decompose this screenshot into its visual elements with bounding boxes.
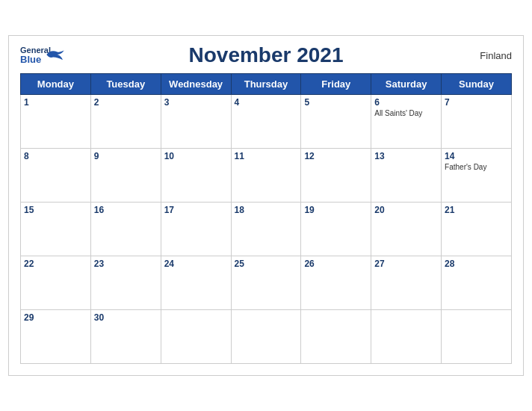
day-number: 4 [235, 97, 298, 108]
calendar-day-cell: 22 [21, 256, 91, 310]
header-wednesday: Wednesday [161, 74, 231, 95]
calendar-title: November 2021 [188, 43, 343, 67]
calendar-body: 123456All Saints' Day7891011121314Father… [21, 95, 512, 364]
header-friday: Friday [301, 74, 371, 95]
day-number: 16 [94, 205, 158, 215]
holiday-name: All Saints' Day [374, 109, 438, 118]
header-thursday: Thursday [231, 74, 301, 95]
day-number: 17 [164, 205, 228, 215]
calendar-day-cell: 10 [161, 149, 231, 203]
header-monday: Monday [21, 74, 91, 95]
calendar-day-cell: 20 [371, 203, 442, 256]
logo-bird-icon [45, 48, 66, 61]
calendar-day-cell: 9 [90, 149, 161, 203]
calendar-grid: Monday Tuesday Wednesday Thursday Friday… [20, 73, 512, 364]
calendar-day-cell: 28 [442, 256, 512, 310]
calendar-day-cell [231, 310, 301, 364]
calendar-container: General Blue November 2021 Finland Monda… [8, 35, 524, 376]
calendar-day-cell: 14Father's Day [442, 149, 512, 203]
calendar-day-cell: 11 [231, 149, 301, 203]
day-number: 25 [235, 259, 298, 269]
calendar-day-cell: 2 [90, 95, 161, 149]
calendar-day-cell: 23 [90, 256, 161, 310]
day-number: 5 [304, 97, 368, 108]
weekday-header-row: Monday Tuesday Wednesday Thursday Friday… [21, 74, 512, 95]
calendar-header: General Blue November 2021 Finland [20, 43, 512, 67]
calendar-day-cell [371, 310, 442, 364]
calendar-day-cell: 6All Saints' Day [371, 95, 442, 149]
day-number: 7 [445, 97, 508, 108]
calendar-week-row: 891011121314Father's Day [21, 149, 512, 203]
day-number: 28 [445, 259, 508, 269]
calendar-day-cell: 5 [301, 95, 371, 149]
day-number: 23 [94, 259, 158, 269]
calendar-day-cell: 27 [371, 256, 442, 310]
calendar-day-cell: 15 [21, 203, 91, 256]
day-number: 18 [235, 205, 298, 215]
calendar-day-cell: 24 [161, 256, 231, 310]
country-label: Finland [480, 50, 512, 61]
day-number: 27 [374, 259, 438, 269]
calendar-day-cell: 4 [231, 95, 301, 149]
calendar-day-cell: 30 [90, 310, 161, 364]
day-number: 3 [164, 97, 228, 108]
day-number: 21 [445, 205, 508, 215]
day-number: 8 [24, 151, 87, 161]
calendar-day-cell: 7 [442, 95, 512, 149]
day-number: 12 [304, 151, 368, 161]
day-number: 6 [374, 97, 438, 108]
day-number: 2 [94, 97, 158, 108]
day-number: 10 [164, 151, 228, 161]
calendar-day-cell: 29 [21, 310, 91, 364]
calendar-day-cell: 18 [231, 203, 301, 256]
calendar-day-cell: 25 [231, 256, 301, 310]
day-number: 1 [24, 97, 87, 108]
calendar-day-cell: 12 [301, 149, 371, 203]
calendar-day-cell: 8 [21, 149, 91, 203]
calendar-day-cell [161, 310, 231, 364]
calendar-week-row: 22232425262728 [21, 256, 512, 310]
logo-blue-text: Blue [20, 55, 41, 64]
calendar-week-row: 15161718192021 [21, 203, 512, 256]
holiday-name: Father's Day [445, 163, 508, 172]
day-number: 26 [304, 259, 368, 269]
day-number: 13 [374, 151, 438, 161]
day-number: 29 [24, 312, 87, 323]
calendar-day-cell: 3 [161, 95, 231, 149]
logo: General Blue [20, 46, 51, 64]
calendar-day-cell [442, 310, 512, 364]
calendar-week-row: 123456All Saints' Day7 [21, 95, 512, 149]
header-saturday: Saturday [371, 74, 442, 95]
calendar-day-cell: 26 [301, 256, 371, 310]
calendar-day-cell: 1 [21, 95, 91, 149]
calendar-day-cell: 17 [161, 203, 231, 256]
day-number: 11 [235, 151, 298, 161]
day-number: 15 [24, 205, 87, 215]
calendar-week-row: 2930 [21, 310, 512, 364]
day-number: 22 [24, 259, 87, 269]
day-number: 30 [94, 312, 158, 323]
header-tuesday: Tuesday [90, 74, 161, 95]
day-number: 14 [445, 151, 508, 161]
calendar-day-cell [301, 310, 371, 364]
calendar-day-cell: 19 [301, 203, 371, 256]
day-number: 24 [164, 259, 228, 269]
calendar-day-cell: 16 [90, 203, 161, 256]
calendar-day-cell: 21 [442, 203, 512, 256]
day-number: 20 [374, 205, 438, 215]
header-sunday: Sunday [442, 74, 512, 95]
day-number: 19 [304, 205, 368, 215]
calendar-day-cell: 13 [371, 149, 442, 203]
day-number: 9 [94, 151, 158, 161]
